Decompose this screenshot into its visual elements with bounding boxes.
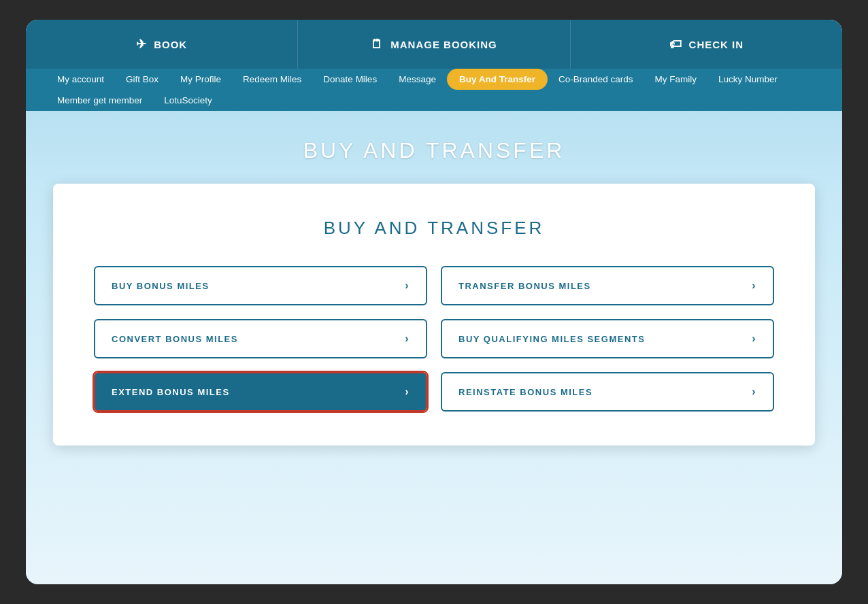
secondary-nav-item-my-profile[interactable]: My Profile xyxy=(169,69,232,90)
chevron-icon-buy-qualifying-miles-segments: › xyxy=(752,333,756,345)
btn-convert-bonus-miles[interactable]: CONVERT BONUS MILES› xyxy=(94,319,427,358)
top-navigation: ✈ BOOK 🗒 MANAGE BOOKING 🏷 CHECK IN xyxy=(26,20,842,69)
manage-booking-icon: 🗒 xyxy=(371,37,384,52)
secondary-nav-item-message[interactable]: Message xyxy=(388,69,447,90)
btn-reinstate-bonus-miles[interactable]: REINSTATE BONUS MILES› xyxy=(441,372,774,412)
chevron-icon-buy-bonus-miles: › xyxy=(405,280,410,292)
btn-transfer-bonus-miles[interactable]: TRANSFER BONUS MILES› xyxy=(441,266,774,305)
nav-check-in[interactable]: 🏷 CHECK IN xyxy=(571,20,842,69)
btn-buy-bonus-miles[interactable]: BUY BONUS MILES› xyxy=(94,266,427,305)
chevron-icon-convert-bonus-miles: › xyxy=(405,333,410,345)
nav-manage-booking-label: MANAGE BOOKING xyxy=(390,39,497,50)
book-icon: ✈ xyxy=(136,37,147,52)
btn-extend-bonus-miles[interactable]: EXTEND BONUS MILES› xyxy=(94,372,427,412)
bottom-area xyxy=(26,446,842,584)
main-card: BUY AND TRANSFER BUY BONUS MILES›TRANSFE… xyxy=(53,184,815,446)
card-title: BUY AND TRANSFER xyxy=(94,218,774,239)
secondary-nav-item-gift-box[interactable]: Gift Box xyxy=(115,69,169,90)
btn-label-buy-bonus-miles: BUY BONUS MILES xyxy=(112,281,210,291)
btn-label-reinstate-bonus-miles: REINSTATE BONUS MILES xyxy=(458,387,592,397)
secondary-nav-item-my-family[interactable]: My Family xyxy=(644,69,708,90)
secondary-nav-item-buy-and-transfer[interactable]: Buy And Transfer xyxy=(447,69,548,90)
secondary-nav-item-lotus-society[interactable]: LotuSociety xyxy=(153,90,223,111)
secondary-nav-item-lucky-number[interactable]: Lucky Number xyxy=(707,69,788,90)
chevron-icon-reinstate-bonus-miles: › xyxy=(752,386,756,398)
secondary-nav-item-redeem-miles[interactable]: Redeem Miles xyxy=(232,69,312,90)
check-in-icon: 🏷 xyxy=(669,37,682,52)
secondary-nav-item-donate-miles[interactable]: Donate Miles xyxy=(312,69,388,90)
chevron-icon-transfer-bonus-miles: › xyxy=(752,280,756,292)
chevron-icon-extend-bonus-miles: › xyxy=(405,386,410,398)
secondary-nav-item-my-account[interactable]: My account xyxy=(46,69,115,90)
btn-buy-qualifying-miles-segments[interactable]: BUY QUALIFYING MILES SEGMENTS› xyxy=(441,319,774,358)
page-title-section: BUY AND TRANSFER xyxy=(26,111,842,184)
secondary-nav-item-co-branded-cards[interactable]: Co-Branded cards xyxy=(548,69,644,90)
page-title: BUY AND TRANSFER xyxy=(26,138,842,163)
nav-book[interactable]: ✈ BOOK xyxy=(26,20,298,69)
secondary-nav-item-member-get-member[interactable]: Member get member xyxy=(46,90,153,111)
btn-label-extend-bonus-miles: EXTEND BONUS MILES xyxy=(112,387,230,397)
nav-book-label: BOOK xyxy=(154,39,187,50)
action-buttons-grid: BUY BONUS MILES›TRANSFER BONUS MILES›CON… xyxy=(94,266,774,412)
btn-label-transfer-bonus-miles: TRANSFER BONUS MILES xyxy=(458,281,591,291)
secondary-navigation: My accountGift BoxMy ProfileRedeem Miles… xyxy=(26,69,842,111)
nav-check-in-label: CHECK IN xyxy=(689,39,744,50)
nav-manage-booking[interactable]: 🗒 MANAGE BOOKING xyxy=(298,20,570,69)
btn-label-buy-qualifying-miles-segments: BUY QUALIFYING MILES SEGMENTS xyxy=(458,334,645,344)
btn-label-convert-bonus-miles: CONVERT BONUS MILES xyxy=(112,334,238,344)
